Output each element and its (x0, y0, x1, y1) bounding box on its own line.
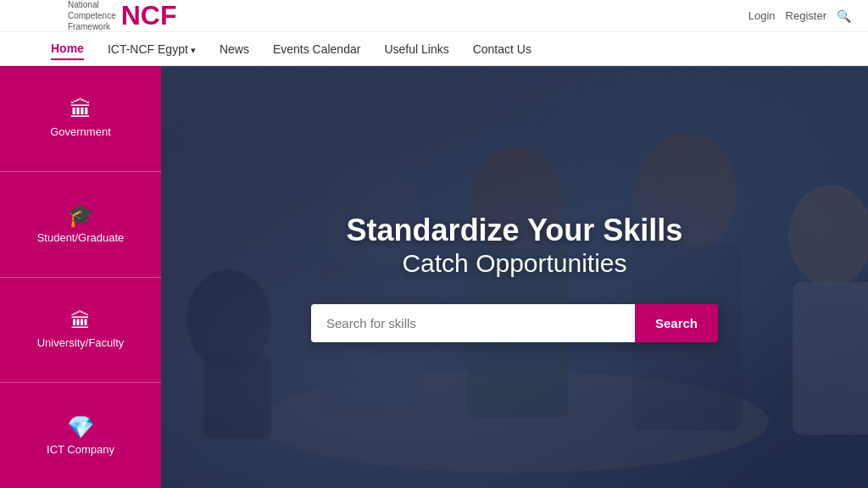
search-bar: Search (311, 304, 718, 342)
logo: National Competence Framework NCF (68, 0, 176, 32)
sidebar-item-student[interactable]: 🎓 Student/Graduate (0, 172, 161, 278)
nav-item-events[interactable]: Events Calendar (273, 39, 361, 59)
ict-icon: 💎 (67, 416, 94, 438)
sidebar-label-ict: ICT Company (47, 443, 114, 456)
sidebar-label-government: Government (50, 125, 111, 138)
nav-item-news[interactable]: News (220, 39, 249, 59)
nav-item-contact[interactable]: Contact Us (473, 39, 531, 59)
nav-item-links[interactable]: Useful Links (384, 39, 448, 59)
sidebar-item-government[interactable]: 🏛 Government (0, 66, 161, 172)
hero-section: Standardize Your Skills Catch Opportunit… (161, 66, 868, 488)
search-button[interactable]: Search (635, 304, 718, 342)
logo-ncf: NCF (121, 0, 177, 31)
hero-title: Standardize Your Skills Catch Opportunit… (347, 212, 683, 279)
login-link[interactable]: Login (748, 9, 776, 22)
hero-content: Standardize Your Skills Catch Opportunit… (161, 66, 868, 488)
search-input[interactable] (311, 304, 635, 342)
sidebar: 🏛 Government 🎓 Student/Graduate 🏛 Univer… (0, 66, 161, 488)
sidebar-item-ict-company[interactable]: 💎 ICT Company (0, 383, 161, 488)
nav-item-ict[interactable]: ICT-NCF Egypt (108, 39, 196, 59)
nav-bar: Home ICT-NCF Egypt News Events Calendar … (0, 32, 868, 66)
main-content: 🏛 Government 🎓 Student/Graduate 🏛 Univer… (0, 66, 868, 488)
university-icon: 🏛 (70, 311, 91, 331)
government-icon: 🏛 (70, 98, 92, 120)
page-frame: National Competence Framework NCF Login … (0, 0, 868, 488)
logo-area: National Competence Framework NCF (17, 0, 176, 32)
top-bar: National Competence Framework NCF Login … (0, 0, 868, 32)
top-bar-actions: Login Register 🔍 (748, 9, 851, 23)
sidebar-label-student: Student/Graduate (37, 231, 125, 244)
logo-small-text: National Competence Framework (68, 0, 116, 32)
sidebar-label-university: University/Faculty (37, 336, 125, 349)
search-icon[interactable]: 🔍 (837, 9, 851, 23)
student-icon: 🎓 (67, 204, 94, 226)
sidebar-item-university[interactable]: 🏛 University/Faculty (0, 278, 161, 384)
nav-item-home[interactable]: Home (51, 38, 84, 60)
register-link[interactable]: Register (786, 9, 826, 22)
